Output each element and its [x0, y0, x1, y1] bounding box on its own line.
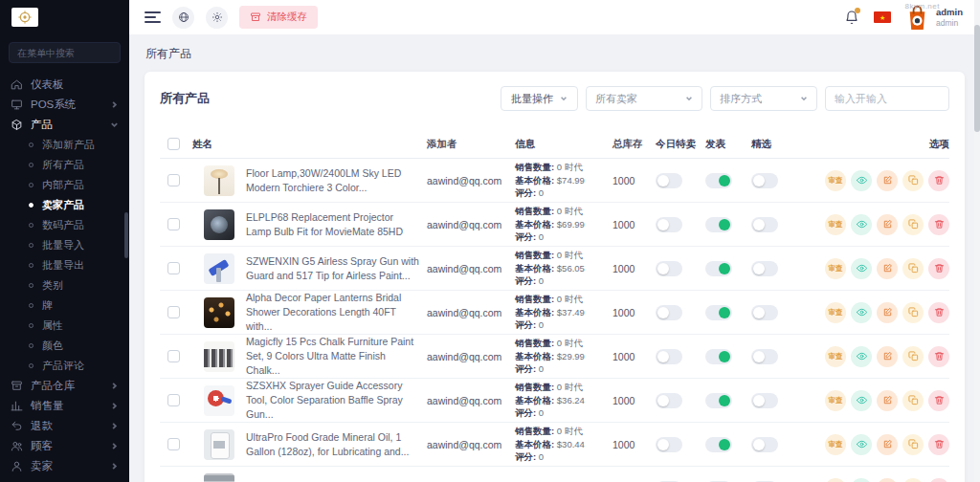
delete-button[interactable] — [928, 434, 949, 455]
view-button[interactable] — [851, 302, 872, 323]
duplicate-button[interactable] — [902, 302, 924, 323]
sidebar-subitem-bulk-import[interactable]: 批量导入 — [0, 235, 129, 255]
published-toggle[interactable] — [705, 217, 732, 232]
published-toggle[interactable] — [705, 393, 732, 408]
brand-logo[interactable] — [11, 8, 38, 27]
clear-cache-button[interactable]: 清除缓存 — [239, 6, 318, 29]
sidebar-item-pos-system[interactable]: POS系统 — [0, 95, 129, 115]
sidebar-subitem-all-products[interactable]: 所有产品 — [0, 155, 129, 175]
delete-button[interactable] — [928, 170, 949, 191]
sidebar-item-sellers[interactable]: 卖家 — [0, 456, 129, 476]
duplicate-button[interactable] — [902, 478, 924, 482]
sidebar-subitem-add-new-product[interactable]: 添加新产品 — [0, 135, 129, 155]
sidebar-subitem-attributes[interactable]: 属性 — [0, 316, 129, 336]
delete-button[interactable] — [928, 214, 949, 235]
edit-button[interactable] — [877, 390, 898, 411]
view-button[interactable] — [851, 434, 872, 455]
featured-toggle[interactable] — [751, 437, 778, 452]
review-button[interactable]: 审查 — [825, 214, 846, 235]
todays-deal-toggle[interactable] — [656, 305, 682, 320]
duplicate-button[interactable] — [902, 346, 924, 367]
row-checkbox[interactable] — [167, 394, 180, 406]
sidebar-item-products[interactable]: 产品 — [0, 115, 129, 135]
featured-toggle[interactable] — [751, 217, 778, 232]
table-search-input[interactable] — [825, 86, 949, 111]
review-button[interactable]: 审查 — [825, 170, 846, 191]
sidebar-subitem-in-house-products[interactable]: 内部产品 — [0, 175, 129, 195]
published-toggle[interactable] — [705, 305, 732, 320]
duplicate-button[interactable] — [902, 258, 924, 279]
edit-button[interactable] — [877, 214, 898, 235]
bulk-actions-dropdown[interactable]: 批量操作 — [501, 86, 578, 111]
sidebar-subitem-colors[interactable]: 颜色 — [0, 336, 129, 356]
review-button[interactable]: 审查 — [825, 390, 846, 411]
edit-button[interactable] — [877, 434, 898, 455]
sidebar-item-product-warehouse[interactable]: 产品仓库 — [0, 376, 129, 396]
main-scrollbar-thumb[interactable] — [974, 25, 980, 132]
published-toggle[interactable] — [705, 173, 732, 188]
featured-toggle[interactable] — [751, 261, 778, 276]
review-button[interactable]: 审查 — [825, 434, 846, 455]
select-all-checkbox[interactable] — [167, 138, 180, 150]
edit-button[interactable] — [877, 258, 898, 279]
sidebar-item-customers[interactable]: 顾客 — [0, 436, 129, 456]
sidebar-subitem-brands[interactable]: 牌 — [0, 296, 129, 316]
row-checkbox[interactable] — [167, 262, 180, 274]
delete-button[interactable] — [928, 478, 949, 482]
delete-button[interactable] — [928, 258, 949, 279]
delete-button[interactable] — [928, 346, 949, 367]
todays-deal-toggle[interactable] — [656, 437, 682, 452]
review-button[interactable]: 审查 — [825, 346, 846, 367]
review-button[interactable]: 审查 — [825, 258, 846, 279]
sidebar-search-input[interactable] — [9, 42, 121, 63]
sidebar-item-refunds[interactable]: 退款 — [0, 416, 129, 436]
todays-deal-toggle[interactable] — [656, 393, 682, 408]
row-checkbox[interactable] — [167, 174, 180, 186]
published-toggle[interactable] — [705, 437, 732, 452]
featured-toggle[interactable] — [751, 173, 778, 188]
seller-filter-select[interactable]: 所有卖家 — [586, 86, 702, 111]
sidebar-subitem-categories[interactable]: 类别 — [0, 275, 129, 296]
sidebar-item-dashboard[interactable]: 仪表板 — [0, 75, 129, 95]
view-button[interactable] — [851, 390, 872, 411]
sidebar-subitem-product-reviews[interactable]: 产品评论 — [0, 356, 129, 376]
language-flag-button[interactable]: ★ — [874, 11, 891, 23]
sidebar-item-sales[interactable]: 销售量 — [0, 396, 129, 416]
duplicate-button[interactable] — [902, 170, 924, 191]
todays-deal-toggle[interactable] — [656, 261, 682, 276]
row-checkbox[interactable] — [167, 438, 180, 450]
featured-toggle[interactable] — [751, 393, 778, 408]
review-button[interactable]: 审查 — [825, 478, 846, 482]
row-checkbox[interactable] — [167, 218, 180, 230]
sort-filter-select[interactable]: 排序方式 — [710, 86, 817, 111]
sidebar-subitem-digital-products[interactable]: 数码产品 — [0, 215, 129, 235]
duplicate-button[interactable] — [902, 214, 924, 235]
sidebar-subitem-bulk-export[interactable]: 批量导出 — [0, 255, 129, 275]
view-button[interactable] — [851, 214, 872, 235]
view-button[interactable] — [851, 170, 872, 191]
featured-toggle[interactable] — [751, 349, 778, 364]
row-checkbox[interactable] — [167, 350, 180, 362]
todays-deal-toggle[interactable] — [656, 217, 682, 232]
published-toggle[interactable] — [705, 349, 732, 364]
edit-button[interactable] — [877, 302, 898, 323]
todays-deal-toggle[interactable] — [656, 349, 682, 364]
todays-deal-toggle[interactable] — [656, 173, 682, 188]
review-button[interactable]: 审查 — [825, 302, 846, 323]
language-globe-button[interactable] — [172, 7, 194, 29]
featured-toggle[interactable] — [751, 305, 778, 320]
delete-button[interactable] — [928, 390, 949, 411]
hamburger-menu-icon[interactable] — [145, 11, 161, 23]
row-checkbox[interactable] — [167, 306, 180, 318]
notifications-button[interactable] — [844, 10, 859, 25]
edit-button[interactable] — [877, 170, 898, 191]
view-button[interactable] — [851, 346, 872, 367]
sidebar-scrollbar[interactable] — [124, 212, 128, 258]
view-button[interactable] — [851, 478, 872, 482]
duplicate-button[interactable] — [902, 390, 924, 411]
delete-button[interactable] — [928, 302, 949, 323]
duplicate-button[interactable] — [902, 434, 924, 455]
view-button[interactable] — [851, 258, 872, 279]
sidebar-subitem-seller-products[interactable]: 卖家产品 — [0, 195, 129, 215]
edit-button[interactable] — [877, 346, 898, 367]
